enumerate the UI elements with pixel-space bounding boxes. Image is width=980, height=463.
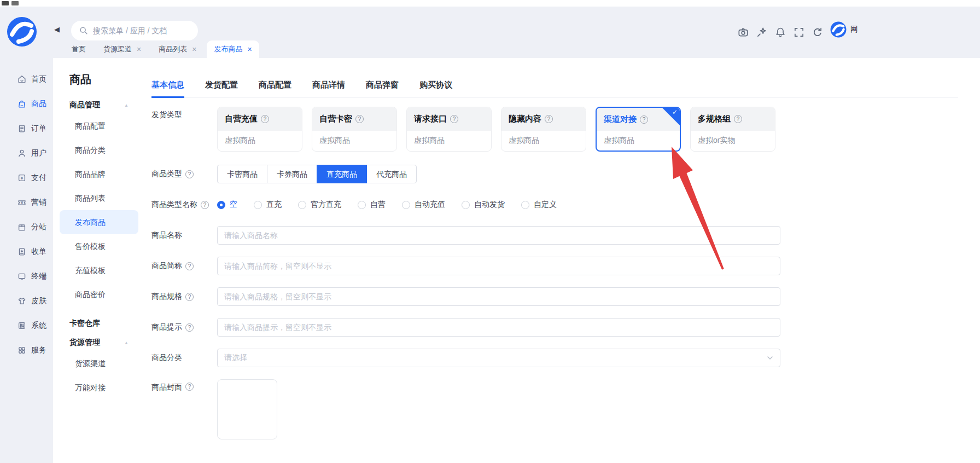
rail-item-system[interactable]: 系统 bbox=[0, 313, 53, 338]
tab-delivery-config[interactable]: 发货配置 bbox=[205, 80, 238, 97]
sidebar-collapse-button[interactable]: ◀ bbox=[54, 25, 60, 33]
rail-item-receipts[interactable]: 收单 bbox=[0, 239, 53, 264]
tab-purchase-agreement[interactable]: 购买协议 bbox=[419, 80, 452, 97]
segment-card-secret-product[interactable]: 卡密商品 bbox=[217, 165, 267, 183]
wintab-supply-channel[interactable]: 货源渠道 × bbox=[96, 40, 148, 58]
wintab-home[interactable]: 首页 bbox=[65, 40, 93, 58]
rail-item-label: 商品 bbox=[31, 99, 46, 109]
menu-item-recharge-template[interactable]: 充值模板 bbox=[60, 258, 138, 282]
help-icon[interactable]: ? bbox=[185, 383, 194, 391]
help-icon[interactable]: ? bbox=[185, 323, 194, 332]
menu-item-product-list[interactable]: 商品列表 bbox=[60, 186, 138, 210]
close-icon[interactable]: × bbox=[247, 45, 252, 53]
help-icon[interactable]: ? bbox=[734, 115, 742, 123]
product-tip-input[interactable] bbox=[217, 318, 780, 337]
radio-custom[interactable]: 自定义 bbox=[521, 200, 557, 210]
product-spec-input[interactable] bbox=[217, 287, 780, 306]
tab-product-config[interactable]: 商品配置 bbox=[259, 80, 291, 97]
menu-item-product-config[interactable]: 商品配置 bbox=[60, 114, 138, 138]
radio-icon bbox=[358, 201, 366, 209]
tab-product-detail[interactable]: 商品详情 bbox=[312, 80, 345, 97]
menu-item-product-category[interactable]: 商品分类 bbox=[60, 138, 138, 162]
radio-self-operated[interactable]: 自营 bbox=[358, 200, 386, 210]
help-icon[interactable]: ? bbox=[261, 115, 269, 123]
radio-label: 官方直充 bbox=[311, 200, 341, 210]
content-area: 基本信息 发货配置 商品配置 商品详情 商品弹窗 购买协议 发货类型 自营充值 … bbox=[145, 58, 980, 463]
menu-item-price-template[interactable]: 售价模板 bbox=[60, 234, 138, 258]
menu-item-universal-docking[interactable]: 万能对接 bbox=[60, 375, 138, 400]
help-icon[interactable]: ? bbox=[185, 262, 194, 270]
radio-auto-delivery[interactable]: 自动发货 bbox=[462, 200, 505, 210]
rail-item-payments[interactable]: ¥ 支付 bbox=[0, 165, 53, 190]
card-subtitle: 虚拟or实物 bbox=[691, 131, 775, 151]
segment-direct-recharge-product[interactable]: 直充商品 bbox=[317, 165, 367, 183]
search-input[interactable] bbox=[93, 26, 192, 35]
segment-card-coupon-product[interactable]: 卡券商品 bbox=[267, 165, 317, 183]
tab-basic-info[interactable]: 基本信息 bbox=[151, 80, 184, 97]
rail-item-home[interactable]: 首页 bbox=[0, 67, 53, 91]
card-multi-spec-group[interactable]: 多规格组 ? 虚拟or实物 bbox=[690, 107, 775, 152]
fullscreen-icon[interactable] bbox=[790, 22, 808, 43]
radio-auto-recharge[interactable]: 自动充值 bbox=[402, 200, 445, 210]
site-account-chip[interactable]: 网 bbox=[830, 21, 858, 38]
segment-proxy-recharge-product[interactable]: 代充商品 bbox=[366, 165, 417, 183]
svg-text:¥: ¥ bbox=[21, 176, 24, 181]
menu-item-secret-price[interactable]: 商品密价 bbox=[60, 282, 138, 306]
wintab-label: 发布商品 bbox=[214, 44, 242, 54]
rail-item-services[interactable]: 服务 bbox=[0, 338, 53, 362]
os-artifact bbox=[11, 1, 19, 5]
field-label-delivery-type: 发货类型 bbox=[151, 107, 217, 125]
radio-empty[interactable]: 空 bbox=[217, 200, 237, 210]
menu-item-supply-channel[interactable]: 货源渠道 bbox=[60, 351, 138, 375]
help-icon[interactable]: ? bbox=[185, 293, 194, 301]
help-icon[interactable]: ? bbox=[640, 115, 648, 124]
card-channel-docking[interactable]: 渠道对接 ? 虚拟商品 ✓ bbox=[596, 107, 681, 152]
card-hidden-content[interactable]: 隐藏内容 ? 虚拟商品 bbox=[501, 107, 586, 152]
rail-item-marketing[interactable]: ¥ 营销 bbox=[0, 190, 53, 215]
wintab-publish-product[interactable]: 发布商品 × bbox=[207, 40, 259, 58]
main-panel: 商品 商品管理 ▲ 商品配置 商品分类 商品品牌 商品列表 发布商品 售价模板 … bbox=[53, 58, 980, 463]
product-category-select[interactable]: 请选择 bbox=[217, 349, 780, 367]
menu-item-publish-product[interactable]: 发布商品 bbox=[60, 210, 138, 234]
radio-icon bbox=[402, 201, 410, 209]
screenshot-camera-icon[interactable] bbox=[734, 22, 752, 43]
site-name: 网 bbox=[850, 25, 858, 34]
tab-product-popup[interactable]: 商品弹窗 bbox=[366, 80, 399, 97]
cover-upload-box[interactable] bbox=[217, 379, 277, 439]
rail-item-label: 收单 bbox=[31, 247, 46, 257]
radio-official-direct[interactable]: 官方直充 bbox=[298, 200, 341, 210]
rail-item-skin[interactable]: 皮肤 bbox=[0, 288, 53, 313]
notifications-bell-icon[interactable] bbox=[771, 22, 790, 43]
menu-section-label: 商品管理 bbox=[69, 100, 100, 110]
user-icon bbox=[17, 148, 27, 158]
rail-item-substation[interactable]: 分站 bbox=[0, 215, 53, 239]
radio-direct-recharge[interactable]: 直充 bbox=[254, 200, 282, 210]
refresh-icon[interactable] bbox=[808, 22, 827, 43]
rail-item-label: 分站 bbox=[31, 222, 46, 232]
help-icon[interactable]: ? bbox=[185, 170, 194, 178]
rail-item-terminal[interactable]: 终端 bbox=[0, 264, 53, 288]
rail-item-users[interactable]: 用户 bbox=[0, 141, 53, 165]
menu-section-card-warehouse[interactable]: 卡密仓库 bbox=[69, 314, 129, 333]
menu-section-product-management[interactable]: 商品管理 ▲ bbox=[69, 100, 129, 111]
rail-item-orders[interactable]: 订单 bbox=[0, 116, 53, 141]
card-subtitle: 虚拟商品 bbox=[597, 131, 680, 151]
menu-item-product-brand[interactable]: 商品品牌 bbox=[60, 162, 138, 186]
close-icon[interactable]: × bbox=[192, 45, 196, 53]
help-icon[interactable]: ? bbox=[545, 115, 553, 123]
help-icon[interactable]: ? bbox=[355, 115, 364, 123]
services-clover-icon bbox=[17, 345, 27, 355]
card-self-recharge[interactable]: 自营充值 ? 虚拟商品 bbox=[217, 107, 302, 152]
rail-item-products[interactable]: 商品 bbox=[0, 91, 53, 116]
close-icon[interactable]: × bbox=[137, 45, 141, 53]
menu-section-supply-management[interactable]: 货源管理 ▲ bbox=[69, 337, 129, 348]
card-self-card-secret[interactable]: 自营卡密 ? 虚拟商品 bbox=[312, 107, 397, 152]
wintab-product-list[interactable]: 商品列表 × bbox=[151, 40, 203, 58]
help-icon[interactable]: ? bbox=[201, 201, 209, 209]
magic-wand-icon[interactable] bbox=[752, 22, 771, 43]
product-short-name-input[interactable] bbox=[217, 257, 780, 275]
help-icon[interactable]: ? bbox=[450, 115, 458, 123]
product-name-input[interactable] bbox=[217, 226, 780, 245]
radio-icon bbox=[298, 201, 306, 209]
card-request-api[interactable]: 请求接口 ? 虚拟商品 bbox=[406, 107, 492, 152]
